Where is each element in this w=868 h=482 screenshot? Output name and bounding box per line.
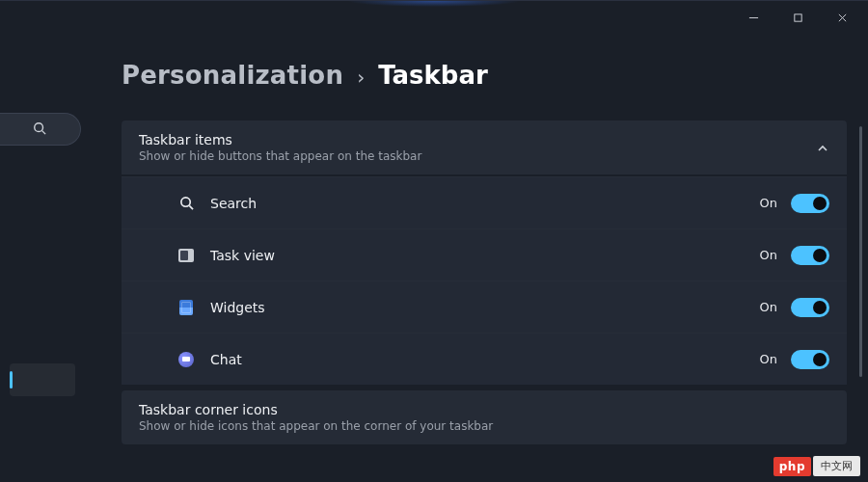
svg-point-6 — [180, 198, 189, 206]
setting-row-taskview: Task view On — [122, 228, 847, 281]
setting-label: Chat — [210, 352, 242, 367]
minimize-button[interactable] — [731, 3, 775, 32]
maximize-button[interactable] — [775, 3, 820, 32]
taskbar-items-list: Search On Task view On Widgets On — [122, 176, 847, 385]
close-button[interactable] — [820, 3, 864, 32]
toggle-state-text: On — [760, 300, 777, 314]
toggle-state-text: On — [760, 248, 777, 262]
setting-row-search: Search On — [122, 176, 847, 228]
toggle-search[interactable] — [791, 194, 829, 213]
setting-label: Widgets — [210, 300, 265, 315]
section-subtitle: Show or hide buttons that appear on the … — [139, 149, 421, 163]
chevron-right-icon: › — [357, 66, 365, 89]
section-title: Taskbar items — [139, 132, 421, 147]
search-button[interactable] — [0, 113, 81, 146]
setting-row-widgets: Widgets On — [122, 281, 847, 333]
search-icon — [177, 195, 195, 212]
setting-label: Task view — [210, 248, 275, 263]
nav-item-personalization[interactable] — [10, 363, 75, 396]
window-titlebar — [0, 1, 868, 34]
toggle-taskview[interactable] — [791, 246, 829, 265]
breadcrumb-parent[interactable]: Personalization — [122, 61, 343, 90]
watermark-right: 中文网 — [813, 456, 860, 476]
svg-point-4 — [34, 122, 42, 131]
main-panel: Taskbar items Show or hide buttons that … — [122, 120, 847, 482]
toggle-state-text: On — [760, 352, 777, 366]
chat-icon — [177, 351, 195, 368]
section-subtitle: Show or hide icons that appear on the co… — [139, 419, 493, 433]
settings-window: Personalization › Taskbar Taskbar items … — [0, 0, 868, 482]
toggle-widgets[interactable] — [791, 298, 829, 317]
svg-line-7 — [189, 205, 193, 209]
toggle-state-text: On — [760, 196, 777, 210]
widgets-icon — [177, 299, 195, 316]
section-taskbar-items-header[interactable]: Taskbar items Show or hide buttons that … — [122, 120, 847, 174]
chevron-up-icon — [816, 141, 829, 154]
left-rail — [0, 113, 83, 482]
page-title: Taskbar — [378, 61, 488, 90]
search-icon — [33, 120, 46, 139]
scrollbar-thumb[interactable] — [859, 126, 862, 377]
watermark-left: php — [773, 457, 811, 476]
section-title: Taskbar corner icons — [139, 402, 493, 417]
toggle-chat[interactable] — [791, 350, 829, 369]
svg-line-5 — [41, 130, 45, 134]
watermark: php 中文网 — [773, 456, 860, 476]
content-area: Personalization › Taskbar Taskbar items … — [0, 34, 868, 482]
section-corner-icons-header[interactable]: Taskbar corner icons Show or hide icons … — [122, 390, 847, 444]
svg-rect-1 — [794, 13, 800, 20]
taskview-icon — [177, 247, 195, 264]
setting-row-chat: Chat On — [122, 333, 847, 385]
setting-label: Search — [210, 196, 257, 211]
breadcrumb: Personalization › Taskbar — [122, 61, 488, 90]
